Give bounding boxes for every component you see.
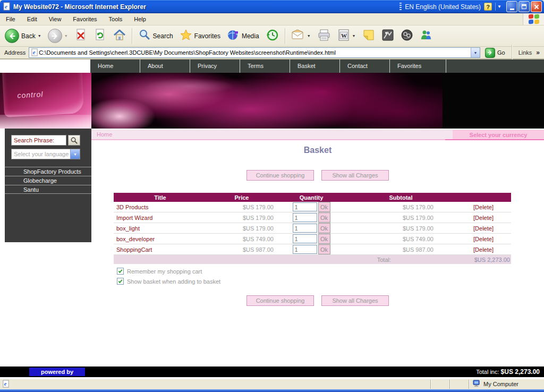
tool-button-2[interactable] <box>398 27 416 46</box>
product-link[interactable]: box_light <box>114 225 207 232</box>
mail-dropdown-icon[interactable]: ▼ <box>307 34 311 38</box>
stop-button[interactable] <box>72 27 90 46</box>
go-label: Go <box>497 49 505 56</box>
go-button[interactable]: Go <box>483 48 507 58</box>
close-button[interactable] <box>531 1 542 12</box>
nav-tab-privacy[interactable]: Privacy <box>190 59 240 73</box>
footer-total-label: Total inc: <box>476 369 499 375</box>
address-input[interactable] <box>39 49 471 56</box>
window-title: My Website072 - Microsoft Internet Explo… <box>13 3 146 11</box>
sidebar-link-santu[interactable]: Santu <box>5 185 91 194</box>
my-computer-icon <box>473 380 481 388</box>
nav-tab-favorites[interactable]: Favorites <box>390 59 446 73</box>
remember-cart-checkbox[interactable] <box>117 268 124 275</box>
show-all-charges-button[interactable]: Show all Charges <box>321 170 389 181</box>
menu-tools[interactable]: Tools <box>103 16 129 22</box>
sidebar: Select your language ▼ ShopFactory Produ… <box>0 129 91 242</box>
menu-help[interactable]: Help <box>128 16 152 22</box>
delete-link[interactable]: [Delete] <box>456 246 511 253</box>
language-select[interactable]: Select your language ▼ <box>11 149 80 159</box>
product-link[interactable]: Import Wizard <box>114 215 207 221</box>
restore-button[interactable] <box>518 1 530 12</box>
links-label[interactable]: Links <box>517 49 533 56</box>
back-dropdown-icon[interactable]: ▼ <box>38 34 41 38</box>
menu-favorites[interactable]: Favorites <box>67 16 103 22</box>
menu-file[interactable]: File <box>0 16 21 22</box>
product-link[interactable]: box_developer <box>114 236 207 242</box>
quantity-input[interactable] <box>293 234 317 243</box>
price-cell: $US 987.00 <box>207 246 277 253</box>
select-currency-link[interactable]: Select your currency <box>453 130 544 140</box>
total-label: Total: <box>114 257 426 263</box>
edit-with-word-button[interactable]: W ▼ <box>335 27 359 46</box>
media-button[interactable]: Media <box>224 27 262 46</box>
delete-link[interactable]: [Delete] <box>456 215 511 221</box>
edit-dropdown-icon[interactable]: ▼ <box>352 34 356 38</box>
menu-view[interactable]: View <box>43 16 67 22</box>
ok-button[interactable]: Ok <box>318 212 330 223</box>
sidebar-link-shopfactory-products[interactable]: ShopFactory Products <box>5 167 91 176</box>
search-button[interactable]: Search <box>135 27 176 46</box>
delete-link[interactable]: [Delete] <box>456 204 511 210</box>
refresh-button[interactable] <box>91 27 109 46</box>
show-basket-checkbox[interactable] <box>117 278 124 285</box>
sidebar-link-globecharge[interactable]: Globecharge <box>5 176 91 185</box>
breadcrumb-home-link[interactable]: Home <box>97 131 112 138</box>
quantity-input[interactable] <box>293 202 317 211</box>
language-select-arrow-icon[interactable]: ▼ <box>70 149 80 159</box>
continue-shopping-button[interactable]: Continue shopping <box>246 295 314 306</box>
print-button[interactable] <box>314 27 334 46</box>
product-link[interactable]: 3D Products <box>114 204 207 210</box>
forward-button[interactable]: ▼ <box>45 27 71 46</box>
nav-tab-terms[interactable]: Terms <box>240 59 290 73</box>
minimize-button[interactable] <box>506 1 517 12</box>
tool-button-1[interactable] <box>379 27 397 46</box>
history-button[interactable] <box>263 27 282 46</box>
quantity-input[interactable] <box>293 224 317 233</box>
ok-button[interactable]: Ok <box>318 244 330 254</box>
language-help-icon[interactable]: ? <box>484 3 492 11</box>
discuss-button[interactable] <box>360 27 378 46</box>
favorites-icon <box>180 29 192 43</box>
sidebar-search-input[interactable] <box>11 135 66 146</box>
links-chevron-icon[interactable]: » <box>536 49 541 56</box>
nav-tab-contact[interactable]: Contact <box>340 59 390 73</box>
language-bar[interactable]: EN English (United States) ? ▼ <box>400 3 503 11</box>
address-dropdown-icon[interactable]: ▼ <box>471 48 480 57</box>
forward-dropdown-icon[interactable]: ▼ <box>64 34 68 38</box>
home-button[interactable] <box>110 27 129 46</box>
page-title: Basket <box>91 146 544 155</box>
nav-tab-basket[interactable]: Basket <box>290 59 340 73</box>
show-all-charges-button[interactable]: Show all Charges <box>321 295 389 306</box>
nav-tab-about[interactable]: About <box>140 59 190 73</box>
nav-tab-home[interactable]: Home <box>90 59 140 73</box>
ok-button[interactable]: Ok <box>318 202 330 212</box>
messenger-button[interactable] <box>417 27 435 46</box>
ok-button[interactable]: Ok <box>318 223 330 233</box>
continue-shopping-button[interactable]: Continue shopping <box>246 170 314 181</box>
table-row: Import Wizard $US 179.00 Ok $US 179.00 [… <box>114 212 511 223</box>
quantity-input[interactable] <box>293 213 317 222</box>
delete-link[interactable]: [Delete] <box>456 225 511 232</box>
sidebar-search-button[interactable] <box>68 135 80 146</box>
address-input-box[interactable]: e ▼ <box>29 47 480 58</box>
mail-button[interactable]: ▼ <box>288 27 313 46</box>
nav-filler <box>446 59 544 73</box>
powered-by-badge[interactable]: powered by <box>29 368 85 376</box>
menu-edit[interactable]: Edit <box>21 16 43 22</box>
ok-button[interactable]: Ok <box>318 234 330 244</box>
language-bar-gripper[interactable] <box>400 3 402 11</box>
svg-text:e: e <box>4 381 7 387</box>
sidebar-links: ShopFactory Products Globecharge Santu <box>5 167 91 194</box>
table-row: 3D Products $US 179.00 Ok $US 179.00 [De… <box>114 202 511 212</box>
delete-link[interactable]: [Delete] <box>456 236 511 242</box>
quantity-input[interactable] <box>293 245 317 254</box>
back-button[interactable]: Back ▼ <box>2 27 44 46</box>
check-icon <box>117 268 123 274</box>
product-link[interactable]: ShoppingCart <box>114 246 207 253</box>
history-icon <box>266 28 279 44</box>
language-indicator[interactable]: EN English (United States) <box>405 3 481 11</box>
dark-square-tool-icon <box>381 29 394 43</box>
favorites-button[interactable]: Favorites <box>177 27 223 46</box>
language-options-icon[interactable]: ▼ <box>495 3 503 11</box>
